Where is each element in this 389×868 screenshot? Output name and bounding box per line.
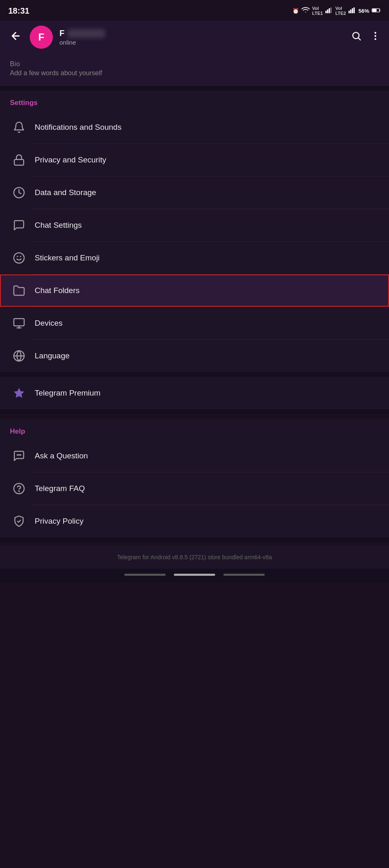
bell-icon xyxy=(10,118,28,136)
svg-rect-9 xyxy=(372,9,377,12)
user-status: online xyxy=(59,39,344,46)
footer: Telegram for Android v8.8.5 (2721) store… xyxy=(0,546,389,569)
menu-item-faq[interactable]: Telegram FAQ xyxy=(0,472,389,505)
notifications-label: Notifications and Sounds xyxy=(35,123,379,132)
premium-label: Telegram Premium xyxy=(35,389,379,398)
avatar: F xyxy=(30,26,53,49)
chat-icon xyxy=(10,216,28,234)
top-bar-actions xyxy=(351,31,381,44)
battery-percentage: 56% xyxy=(358,8,369,14)
question-icon xyxy=(10,479,28,498)
svg-rect-1 xyxy=(327,10,328,13)
svg-rect-7 xyxy=(353,7,355,13)
svg-marker-24 xyxy=(14,388,24,398)
shield-icon xyxy=(10,512,28,530)
svg-rect-6 xyxy=(352,8,353,13)
svg-rect-4 xyxy=(349,11,350,13)
settings-label: Settings xyxy=(0,91,389,111)
network-vol2-icon: VoILTE2 xyxy=(335,6,346,16)
status-icons: ⏰ VoILTE1 VoILTE2 56% xyxy=(292,6,381,16)
menu-item-folders[interactable]: Chat Folders xyxy=(0,274,389,307)
svg-rect-2 xyxy=(329,8,330,13)
user-name-blur xyxy=(68,29,105,38)
wifi-icon xyxy=(301,7,310,15)
devices-icon xyxy=(10,314,28,332)
lock-icon xyxy=(10,151,28,169)
language-label: Language xyxy=(35,351,379,360)
menu-item-devices[interactable]: Devices xyxy=(0,307,389,339)
emoji-icon xyxy=(10,249,28,267)
nav-indicator-2 xyxy=(174,574,215,576)
battery-icon xyxy=(372,7,381,14)
user-name: F xyxy=(59,29,344,38)
comment-icon xyxy=(10,447,28,465)
star-icon xyxy=(10,384,28,402)
svg-rect-19 xyxy=(14,319,24,326)
back-button[interactable] xyxy=(8,29,23,46)
status-bar: 18:31 ⏰ VoILTE1 VoILTE2 56% xyxy=(0,0,389,21)
help-section: Help Ask a Question Telegram FAQ xyxy=(0,419,389,537)
privacy-label: Privacy and Security xyxy=(35,155,379,165)
help-label: Help xyxy=(0,419,389,440)
svg-point-12 xyxy=(375,35,376,37)
search-button[interactable] xyxy=(351,31,362,44)
menu-item-chat[interactable]: Chat Settings xyxy=(0,209,389,241)
section-divider-4 xyxy=(0,537,389,542)
svg-point-11 xyxy=(375,32,376,33)
faq-label: Telegram FAQ xyxy=(35,484,379,493)
devices-label: Devices xyxy=(35,319,379,328)
menu-item-premium[interactable]: Telegram Premium xyxy=(0,377,389,409)
status-time: 18:31 xyxy=(8,6,29,16)
alarm-icon: ⏰ xyxy=(292,8,299,14)
top-bar: F F online xyxy=(0,21,389,54)
menu-item-ask[interactable]: Ask a Question xyxy=(0,440,389,472)
signal-2-icon xyxy=(349,7,356,15)
nav-indicator-3 xyxy=(223,574,265,576)
folder-icon xyxy=(10,281,28,300)
signal-1-icon xyxy=(325,7,333,15)
svg-point-13 xyxy=(375,38,376,40)
footer-text: Telegram for Android v8.8.5 (2721) store… xyxy=(10,554,379,560)
svg-rect-0 xyxy=(325,11,327,13)
menu-item-language[interactable]: Language xyxy=(0,340,389,372)
section-divider-2 xyxy=(0,372,389,377)
svg-rect-14 xyxy=(14,160,24,165)
network-vol-icon: VoILTE1 xyxy=(312,6,323,16)
settings-section: Settings Notifications and Sounds Privac… xyxy=(0,91,389,372)
svg-rect-3 xyxy=(330,7,332,13)
section-divider-3 xyxy=(0,409,389,414)
menu-item-stickers[interactable]: Stickers and Emoji xyxy=(0,242,389,274)
user-info: F online xyxy=(59,29,344,46)
section-divider-1 xyxy=(0,86,389,91)
folders-label: Chat Folders xyxy=(35,286,379,295)
menu-item-policy[interactable]: Privacy Policy xyxy=(0,505,389,537)
svg-rect-5 xyxy=(350,10,351,13)
bottom-nav xyxy=(0,569,389,582)
bio-section: Bio Add a few words about yourself xyxy=(0,54,389,86)
globe-icon xyxy=(10,347,28,365)
svg-point-16 xyxy=(14,253,24,263)
menu-item-notifications[interactable]: Notifications and Sounds xyxy=(0,111,389,143)
bio-placeholder: Add a few words about yourself xyxy=(10,69,379,77)
svg-point-28 xyxy=(14,484,24,494)
stickers-label: Stickers and Emoji xyxy=(35,253,379,262)
nav-indicator-1 xyxy=(124,574,166,576)
ask-label: Ask a Question xyxy=(35,451,379,460)
data-label: Data and Storage xyxy=(35,188,379,197)
menu-item-data[interactable]: Data and Storage xyxy=(0,176,389,209)
bio-label: Bio xyxy=(10,60,379,68)
policy-label: Privacy Policy xyxy=(35,517,379,526)
clock-icon xyxy=(10,184,28,202)
menu-item-privacy[interactable]: Privacy and Security xyxy=(0,144,389,176)
chat-label: Chat Settings xyxy=(35,221,379,230)
more-button[interactable] xyxy=(370,31,381,44)
premium-section: Telegram Premium xyxy=(0,377,389,409)
